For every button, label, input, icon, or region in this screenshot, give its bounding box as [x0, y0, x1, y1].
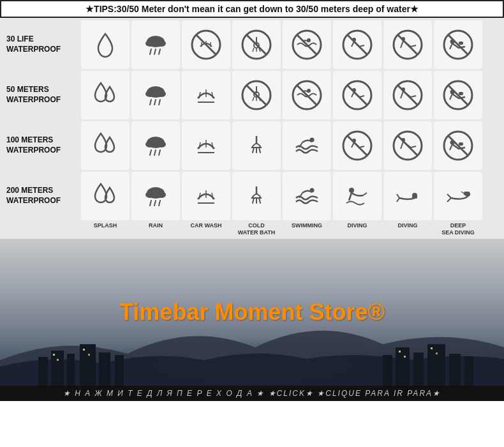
svg-rect-82 — [459, 142, 463, 146]
cell-30-carwash — [182, 20, 230, 69]
column-labels: SPLASH RAIN CAR WASH COLDWATER BATH SWIM… — [81, 222, 501, 236]
cell-30-seadiving — [434, 20, 482, 69]
svg-line-64 — [159, 150, 160, 155]
swimming2-prohibited-icon — [290, 78, 324, 112]
svg-rect-110 — [396, 347, 410, 386]
svg-point-1 — [145, 40, 154, 47]
splash4-icon — [88, 179, 122, 213]
carwash2-icon — [189, 128, 223, 163]
svg-rect-107 — [99, 352, 110, 386]
swimming-prohibited-icon — [290, 27, 324, 62]
col-label-swimming: SWIMMING — [283, 222, 331, 236]
col-label-waterbath: COLDWATER BATH — [232, 222, 281, 236]
cell-30-splash — [81, 20, 130, 69]
svg-rect-103 — [38, 357, 48, 386]
diving-icon — [340, 179, 374, 213]
svg-line-93 — [253, 198, 254, 203]
cell-100-waterbath — [232, 121, 281, 170]
col-label-diving2: DIVING — [383, 222, 432, 236]
cell-30-diving2 — [383, 20, 432, 69]
svg-rect-111 — [413, 352, 424, 386]
cell-200-swimming — [283, 172, 331, 220]
deepdiving2-prohibited-icon — [390, 78, 425, 112]
svg-line-87 — [154, 201, 156, 206]
row-label-50m: 50 METERSWATERPROOF — [3, 82, 79, 107]
svg-rect-112 — [427, 344, 445, 386]
svg-rect-117 — [83, 349, 85, 351]
bottom-banner: ★ Н А Ж М И Т Е Д Л Я П Е Р Е Х О Д А ★ … — [0, 386, 504, 401]
cell-30-diving — [333, 20, 382, 69]
swimming-icon — [290, 128, 324, 163]
svg-point-51 — [352, 88, 356, 92]
svg-line-71 — [259, 148, 260, 153]
cell-100-splash — [81, 121, 130, 170]
svg-point-57 — [450, 90, 455, 95]
cell-100-seadiving — [434, 121, 482, 170]
swimming2-icon — [290, 179, 324, 213]
bottom-banner-text: ★ Н А Ж М И Т Е Д Л Я П Е Р Е Х О Д А ★ … — [63, 389, 441, 398]
row-50m: 50 METERSWATERPROOF — [3, 71, 501, 119]
cell-30-waterbath — [232, 20, 281, 69]
carwash-icon — [189, 78, 223, 112]
store-name: Timebar Moment Store® — [119, 299, 385, 326]
top-banner-text: ★TIPS:30/50 Meter don't mean it can get … — [85, 4, 419, 14]
svg-point-75 — [352, 139, 356, 142]
svg-point-22 — [352, 38, 356, 42]
cell-50-seadiving — [434, 71, 482, 119]
diving3-prohibited-icon — [340, 78, 374, 112]
splash-icon — [88, 27, 122, 62]
waterproof-section: 30 LIFEWATERPROOF — [0, 18, 504, 239]
svg-point-97 — [349, 188, 354, 193]
cell-50-waterbath — [232, 71, 281, 119]
waterbath2-prohibited-icon — [239, 78, 274, 112]
rain2-icon — [138, 78, 173, 112]
cell-50-splash — [81, 71, 130, 119]
cell-50-deepdiving — [383, 71, 432, 119]
svg-rect-121 — [431, 347, 433, 349]
cell-200-carwash — [182, 172, 230, 220]
svg-point-78 — [401, 138, 405, 142]
waterbath-prohibited-icon — [239, 27, 274, 62]
svg-line-63 — [154, 150, 156, 155]
cell-200-deepdiving — [383, 172, 432, 220]
col-label-diving: DIVING — [333, 222, 382, 236]
svg-line-89 — [199, 193, 200, 199]
svg-line-62 — [150, 150, 151, 155]
rain-icon — [138, 27, 173, 62]
svg-line-69 — [253, 148, 254, 153]
deepdiving-icon — [390, 179, 425, 213]
svg-line-43 — [253, 97, 254, 101]
carwash3-icon — [189, 179, 223, 213]
cell-200-splash — [81, 172, 130, 220]
row-100m: 100 METERSWATERPROOF — [3, 121, 501, 170]
cell-200-diving — [333, 172, 382, 220]
svg-line-35 — [159, 100, 160, 105]
svg-line-14 — [253, 48, 254, 52]
svg-point-54 — [401, 87, 405, 91]
svg-line-67 — [212, 142, 213, 149]
svg-line-34 — [154, 100, 156, 105]
svg-rect-99 — [412, 195, 417, 199]
cell-200-seadiving — [434, 172, 482, 220]
row-30life: 30 LIFEWATERPROOF — [3, 20, 501, 69]
row-label-100m: 100 METERSWATERPROOF — [3, 133, 79, 158]
svg-point-25 — [401, 37, 405, 41]
cell-100-diving — [333, 121, 382, 170]
svg-rect-105 — [67, 354, 75, 386]
waterbath2-icon — [239, 179, 274, 213]
diving-prohibited-icon — [340, 27, 374, 62]
svg-line-65 — [199, 142, 200, 149]
svg-rect-106 — [80, 344, 96, 386]
waterbath-icon — [239, 128, 274, 163]
svg-rect-108 — [115, 355, 124, 386]
svg-point-81 — [450, 140, 455, 145]
svg-rect-114 — [464, 356, 473, 386]
col-label-rain: RAIN — [131, 222, 180, 236]
row-200m: 200 METERSWATERPROOF — [3, 172, 501, 220]
seadiving2-prohibited-icon — [441, 78, 475, 112]
svg-line-47 — [297, 86, 316, 105]
splash2-icon — [88, 78, 122, 112]
svg-line-4 — [154, 49, 156, 54]
svg-rect-122 — [436, 352, 438, 354]
svg-line-36 — [199, 92, 200, 98]
